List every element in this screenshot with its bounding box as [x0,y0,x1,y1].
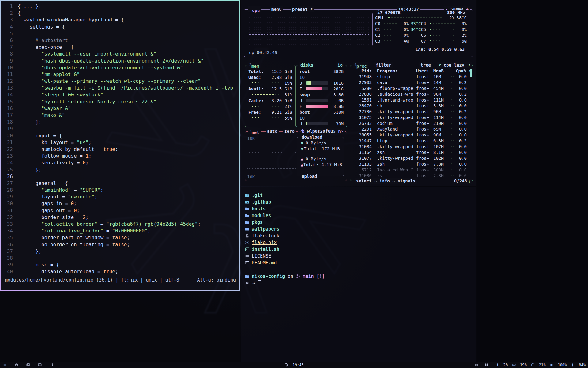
code-line[interactable]: 21 kb_layout = "us"; [1,139,239,146]
cpu-column-header[interactable]: Cpu% ↑ [456,68,467,73]
code-line[interactable]: 19 [1,125,239,132]
memory-column-header[interactable]: MemB [433,68,447,73]
code-line[interactable]: 33 "col.active_border" = "rgb(cba6f7) rg… [1,221,239,228]
tree-button[interactable]: tree [419,62,432,68]
code-line[interactable]: 10 "dbus-update-activation-environment -… [1,64,239,71]
user-column-header[interactable]: User: [416,68,433,73]
process-scrollbar[interactable] [470,69,472,77]
code-line[interactable]: 1{ ... }: [1,3,239,10]
code-line[interactable]: 28 "$mainMod" = "SUPER"; [1,187,239,194]
code-line[interactable]: 14 "sleep 1 && swaylock" [1,91,239,98]
code-line[interactable]: 11 "nm-applet &" [1,71,239,78]
code-line[interactable]: 27 general = { [1,180,239,187]
process-row[interactable]: 5280.floorp-wrappefros+454M0.0 [353,85,470,91]
filter-button[interactable]: filter [374,62,393,68]
code-line[interactable]: 16 "waybar &" [1,105,239,112]
io-mode-button[interactable]: io [336,62,344,68]
code-line[interactable]: 8 "systemctl --user import-environment &… [1,51,239,57]
empty-bottom-left-window[interactable] [0,291,240,362]
net-auto-button[interactable]: auto [266,128,279,134]
process-row[interactable]: 27903cavafros+14M0.2 [353,79,470,85]
code-line[interactable]: 39 misc = { [1,262,239,268]
code-line[interactable]: 3 wayland.windowManager.hyprland = { [1,17,239,23]
code-line[interactable]: 38 [1,255,239,262]
process-row[interactable]: 31103zshfros+7.8M0.0 [353,161,470,167]
display-button[interactable] [38,363,45,367]
memory-module[interactable]: 19% [512,363,527,367]
process-cpu-percent: 0.0 [456,98,467,102]
code-line[interactable]: 37 }; [1,248,239,255]
cpu-box-title[interactable]: 1cpu [248,6,261,12]
code-line[interactable]: 4 settings = { [1,24,239,30]
code-line[interactable]: 5 [1,30,239,37]
code-line[interactable]: 24 sensitivity = 0; [1,159,239,166]
interface-prev-button[interactable]: <b [300,129,305,134]
volume-module[interactable]: 100% [550,363,567,367]
memory-box-title[interactable]: 2mem [248,62,261,68]
empty-right-window[interactable] [477,0,588,362]
process-row[interactable]: 31447btopfros+6.3M0.2 [353,138,470,144]
code-line[interactable]: 13 "swaybg -m fill -i $(find ~/Pictures/… [1,85,239,91]
code-line[interactable]: 12 "wl-paste --primary --watch wl-copy -… [1,78,239,85]
process-row[interactable]: 26732codiumfros+210M0.0 [353,120,470,126]
signals-action[interactable]: signals [398,178,416,183]
code-line[interactable]: 29 layout = "dwindle"; [1,194,239,200]
process-row[interactable]: 2291Xwaylandfros+69M0.0 [353,126,470,132]
process-row[interactable]: 31077.kitty-wrappedfros+102M0.0 [353,155,470,161]
brightness-module[interactable]: 84% [571,363,586,367]
code-line[interactable]: 40 disable_autoreload = true; [1,268,239,275]
code-line[interactable]: 18 ]; [1,119,239,125]
interface-next-button[interactable]: n> [338,129,343,134]
tray-apps[interactable] [484,363,491,367]
code-line[interactable]: 7 exec-once = [ [1,44,239,51]
terminal-button[interactable] [26,363,33,367]
disks-box-title[interactable]: disks [299,62,315,68]
sort-prev-button[interactable]: < [439,63,441,67]
network-box-title[interactable]: 3net [248,128,261,134]
disk-module[interactable]: 21% [531,363,546,367]
power-button[interactable] [15,363,21,367]
code-line[interactable]: 6 # autostart [1,37,239,44]
tray-idle-inhibitor[interactable] [475,363,481,367]
pid-column-header[interactable]: Pid: [353,68,372,73]
process-row[interactable]: 27730.kitty-wrappedfros+96M0.2 [353,109,470,114]
cpu-module[interactable]: 2% [496,363,508,367]
code-line[interactable]: 31 gaps_out = 0; [1,207,239,214]
process-row[interactable]: 28055.kitty-wrappedfros+98M0.0 [353,132,470,138]
code-line[interactable]: 17 "mako &" [1,112,239,119]
code-line[interactable]: 22 numlock_by_default = true; [1,146,239,153]
code-line[interactable]: 23 follow_mouse = 1; [1,153,239,159]
process-row[interactable]: 31075.kitty-wrappedfros+114M0.0 [353,114,470,120]
scroll-up-arrow[interactable]: ↑ [467,62,472,67]
net-zero-button[interactable]: zero [283,128,296,134]
info-action[interactable]: info [379,178,390,183]
preset-button[interactable]: preset * [291,6,314,12]
code-line[interactable]: 15 "hyprctl setcursor Nordzy-cursors 22 … [1,98,239,105]
code-line[interactable]: 35 border_part_of_window = false; [1,234,239,241]
bar-clock[interactable]: 19:43 [284,363,303,367]
code-line[interactable]: 32 border_size = 2; [1,214,239,221]
media-button[interactable] [50,363,56,367]
process-row[interactable]: 31086zshfros+7.3M0.0 [353,173,470,178]
code-line[interactable]: 25 }; [1,167,239,173]
code-line[interactable]: 36 no_border_on_floating = false; [1,241,239,248]
process-box-title[interactable]: 4proc [353,62,368,68]
code-line[interactable]: 9 "hash dbus-update-activation-environme… [1,58,239,64]
code-line[interactable]: 20 input = { [1,132,239,139]
process-row[interactable]: 28470shfros+3.8M0.0 [353,103,470,109]
process-row[interactable]: 1561.Hyprland-wrapfros+111M0.0 [353,97,470,103]
code-line[interactable]: 34 "col.inactive_border" = "0x00000000"; [1,228,239,234]
process-row[interactable]: 5712Isolated Web Cfros+303M0.0 [353,167,470,173]
code-line[interactable]: 30 gaps_in = 0; [1,200,239,207]
process-row[interactable]: 31948slurpfros+16M0.0 [353,74,470,79]
process-row[interactable]: 31084.kitty-wrappedfros+107M0.0 [353,144,470,149]
launcher-button[interactable] [3,363,10,367]
menu-button[interactable]: menu [270,6,283,12]
code-line[interactable]: 26 [1,173,239,180]
program-column-header[interactable]: Program: [377,68,416,73]
code-line[interactable]: 2{ [1,10,239,17]
select-action[interactable]: select [356,178,372,183]
process-row[interactable]: 27830.audacious-wrafros+96M0.2 [353,91,470,97]
process-row[interactable]: 31164zshfros+8.1M0.0 [353,149,470,155]
shell-input-line[interactable]: → [245,280,476,286]
